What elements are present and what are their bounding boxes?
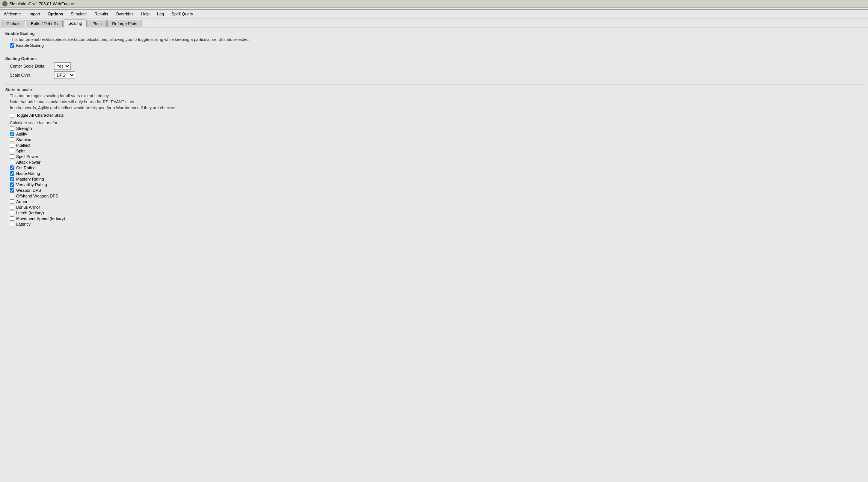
stat-label-haste-rating: Haste Rating — [16, 171, 40, 176]
center-scale-delta-select[interactable]: Yes No — [54, 62, 71, 70]
stat-checkbox-haste-rating[interactable] — [10, 171, 14, 176]
stat-checkbox-stamina[interactable] — [10, 137, 14, 142]
enable-scaling-section: Enable Scaling This button enables/disab… — [5, 31, 863, 48]
enable-scaling-desc: This button enables/disables scale facto… — [5, 37, 863, 42]
stat-checkbox-latency[interactable] — [10, 222, 14, 226]
toggle-all-label: Toggle All Character Stats — [16, 113, 64, 117]
stat-row-armor: Armor — [10, 199, 863, 204]
stat-row-offhand-weapon-dps: Off-hand Weapon DPS — [10, 194, 863, 198]
menu-item-import[interactable]: Import — [25, 11, 44, 17]
stat-label-crit-rating: Crit Rating — [16, 166, 36, 170]
stat-label-latency: Latency — [16, 222, 31, 226]
stat-row-bonus-armor: Bonus Armor — [10, 205, 863, 209]
stat-row-intellect: Intellect — [10, 143, 863, 148]
sub-tab-plots[interactable]: Plots — [88, 20, 106, 27]
menu-item-spell-query[interactable]: Spell Query — [168, 11, 197, 17]
stat-label-attack-power: Attack Power — [16, 160, 41, 164]
stat-label-mastery-rating: Mastery Rating — [16, 177, 44, 181]
stat-checkbox-versatility-rating[interactable] — [10, 182, 14, 187]
center-scale-delta-label: Center Scale Delta — [10, 64, 51, 68]
stat-row-strength: Strength — [10, 126, 863, 131]
menu-item-simulate[interactable]: Simulate — [67, 11, 91, 17]
stat-row-spirit: Spirit — [10, 149, 863, 153]
scale-over-select[interactable]: DPS HPS DTPS — [54, 71, 75, 79]
stat-label-leech: Leech (tertiary) — [16, 211, 44, 215]
stat-checkbox-strength[interactable] — [10, 126, 14, 131]
enable-scaling-title: Enable Scaling — [5, 31, 863, 36]
stats-checkboxes-container: StrengthAgilityStaminaIntellectSpiritSpe… — [5, 126, 863, 226]
stat-label-versatility-rating: Versatility Rating — [16, 182, 47, 187]
stat-label-armor: Armor — [16, 199, 27, 204]
menu-item-log[interactable]: Log — [153, 11, 168, 17]
stat-checkbox-bonus-armor[interactable] — [10, 205, 14, 209]
title-bar: SimulationCraft 703-01 WebEngine — [0, 0, 868, 8]
stat-row-weapon-dps: Weapon DPS — [10, 188, 863, 193]
stat-checkbox-weapon-dps[interactable] — [10, 188, 14, 193]
menu-item-overrides[interactable]: Overrides — [112, 11, 137, 17]
stat-row-attack-power: Attack Power — [10, 160, 863, 164]
divider-2 — [5, 84, 863, 84]
stat-checkbox-leech[interactable] — [10, 211, 14, 215]
window-title: SimulationCraft 703-01 WebEngine — [9, 2, 74, 6]
sub-tab-scaling[interactable]: Scaling — [63, 20, 87, 27]
toggle-all-checkbox[interactable] — [10, 113, 14, 117]
sub-tab-reforge-plots[interactable]: Reforge Plots — [107, 20, 142, 27]
menu-item-welcome[interactable]: Welcome — [0, 11, 25, 17]
stat-row-leech: Leech (tertiary) — [10, 211, 863, 215]
enable-scaling-label: Enable Scaling — [16, 43, 44, 48]
menu-item-options[interactable]: Options — [44, 11, 67, 17]
stat-label-weapon-dps: Weapon DPS — [16, 188, 41, 193]
app-icon — [2, 1, 8, 6]
stat-checkbox-spirit[interactable] — [10, 149, 14, 153]
sub-tab-globals[interactable]: Globals — [2, 20, 25, 27]
stat-label-intellect: Intellect — [16, 143, 30, 148]
menu-item-help[interactable]: Help — [137, 11, 154, 17]
calculate-label: Calculate scale factors for: — [10, 120, 863, 125]
sub-tab-buffs-debuffs[interactable]: Buffs / Debuffs — [26, 20, 63, 27]
stat-checkbox-mastery-rating[interactable] — [10, 177, 14, 181]
info-line-2: Note that additional simulations will on… — [5, 99, 863, 104]
scale-over-row: Scale Over DPS HPS DTPS — [10, 71, 863, 79]
stat-label-bonus-armor: Bonus Armor — [16, 205, 40, 209]
stat-label-strength: Strength — [16, 126, 32, 131]
sub-tab-bar: GlobalsBuffs / DebuffsScalingPlotsReforg… — [0, 18, 868, 27]
stat-row-stamina: Stamina — [10, 137, 863, 142]
stat-label-movement-speed: Movement Speed (tertiary) — [16, 216, 65, 221]
stat-checkbox-attack-power[interactable] — [10, 160, 14, 164]
enable-scaling-row: Enable Scaling — [10, 43, 863, 48]
stat-label-spirit: Spirit — [16, 149, 26, 153]
stat-row-versatility-rating: Versatility Rating — [10, 182, 863, 187]
stats-to-scale-title: Stats to scale — [5, 87, 863, 92]
stat-checkbox-agility[interactable] — [10, 132, 14, 136]
stat-row-crit-rating: Crit Rating — [10, 166, 863, 170]
stat-row-movement-speed: Movement Speed (tertiary) — [10, 216, 863, 221]
stat-checkbox-armor[interactable] — [10, 199, 14, 204]
center-scale-delta-row: Center Scale Delta Yes No — [10, 62, 863, 70]
stat-checkbox-intellect[interactable] — [10, 143, 14, 148]
content-area: Enable Scaling This button enables/disab… — [0, 27, 868, 235]
stat-row-agility: Agility — [10, 132, 863, 136]
scaling-options-title: Scaling Options — [5, 56, 863, 61]
stat-label-spell-power: Spell Power — [16, 154, 38, 159]
stat-checkbox-spell-power[interactable] — [10, 154, 14, 159]
scaling-options-section: Scaling Options Center Scale Delta Yes N… — [5, 56, 863, 79]
stat-checkbox-offhand-weapon-dps[interactable] — [10, 194, 14, 198]
stat-row-haste-rating: Haste Rating — [10, 171, 863, 176]
menu-bar-items: WelcomeImportOptionsSimulateResultsOverr… — [0, 10, 868, 18]
divider-1 — [5, 53, 863, 53]
stat-label-stamina: Stamina — [16, 137, 31, 142]
stat-row-latency: Latency — [10, 222, 863, 226]
menu-item-results[interactable]: Results — [91, 11, 112, 17]
stat-row-mastery-rating: Mastery Rating — [10, 177, 863, 181]
stats-to-scale-section: Stats to scale This button toggles scali… — [5, 87, 863, 226]
toggle-all-row: Toggle All Character Stats — [10, 113, 863, 117]
stat-checkbox-movement-speed[interactable] — [10, 216, 14, 221]
info-line-3: In other words, Agility and Intellect wo… — [5, 105, 863, 110]
info-line-1: This button toggles scaling for all stat… — [5, 93, 863, 98]
stat-checkbox-crit-rating[interactable] — [10, 166, 14, 170]
stat-label-agility: Agility — [16, 132, 27, 136]
enable-scaling-checkbox[interactable] — [10, 43, 14, 48]
stat-label-offhand-weapon-dps: Off-hand Weapon DPS — [16, 194, 58, 198]
scale-over-label: Scale Over — [10, 73, 51, 77]
stat-row-spell-power: Spell Power — [10, 154, 863, 159]
